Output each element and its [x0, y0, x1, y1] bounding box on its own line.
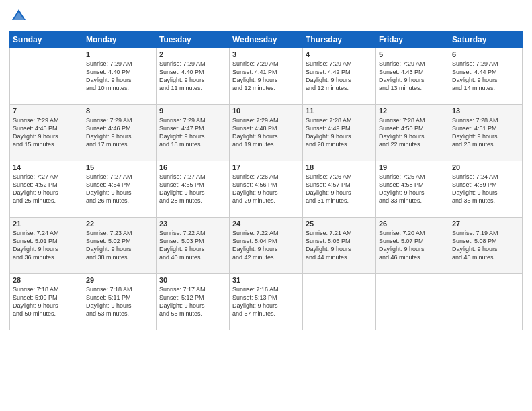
cell-5-4: 31Sunrise: 7:16 AM Sunset: 5:13 PM Dayli…: [230, 274, 303, 330]
cell-content: Sunrise: 7:28 AM Sunset: 4:49 PM Dayligh…: [306, 116, 373, 149]
day-number: 12: [379, 107, 446, 115]
cell-content: Sunrise: 7:22 AM Sunset: 5:03 PM Dayligh…: [159, 229, 226, 262]
col-header-sunday: Sunday: [10, 32, 83, 48]
cell-1-4: 3Sunrise: 7:29 AM Sunset: 4:41 PM Daylig…: [230, 48, 303, 105]
cell-3-5: 18Sunrise: 7:26 AM Sunset: 4:57 PM Dayli…: [303, 161, 376, 218]
cell-1-3: 2Sunrise: 7:29 AM Sunset: 4:40 PM Daylig…: [157, 48, 230, 105]
cell-content: Sunrise: 7:18 AM Sunset: 5:11 PM Dayligh…: [86, 285, 153, 318]
cell-2-6: 12Sunrise: 7:28 AM Sunset: 4:50 PM Dayli…: [376, 105, 449, 161]
cell-3-4: 17Sunrise: 7:26 AM Sunset: 4:56 PM Dayli…: [230, 161, 303, 218]
day-number: 28: [13, 276, 80, 284]
day-number: 26: [379, 220, 446, 228]
week-row-5: 28Sunrise: 7:18 AM Sunset: 5:09 PM Dayli…: [10, 274, 523, 330]
cell-5-3: 30Sunrise: 7:17 AM Sunset: 5:12 PM Dayli…: [157, 274, 230, 330]
cell-content: Sunrise: 7:18 AM Sunset: 5:09 PM Dayligh…: [13, 285, 80, 318]
cell-4-4: 24Sunrise: 7:22 AM Sunset: 5:04 PM Dayli…: [230, 218, 303, 274]
cell-content: Sunrise: 7:29 AM Sunset: 4:40 PM Dayligh…: [159, 60, 226, 93]
day-number: 27: [452, 220, 519, 228]
col-header-monday: Monday: [83, 32, 157, 48]
day-number: 8: [86, 107, 153, 115]
day-number: 29: [86, 276, 153, 284]
cell-content: Sunrise: 7:23 AM Sunset: 5:02 PM Dayligh…: [86, 229, 153, 262]
cell-5-1: 28Sunrise: 7:18 AM Sunset: 5:09 PM Dayli…: [10, 274, 83, 330]
day-number: 19: [379, 163, 446, 171]
day-number: 3: [232, 50, 300, 58]
cell-5-2: 29Sunrise: 7:18 AM Sunset: 5:11 PM Dayli…: [83, 274, 157, 330]
col-header-saturday: Saturday: [449, 32, 523, 48]
cell-content: Sunrise: 7:26 AM Sunset: 4:57 PM Dayligh…: [306, 173, 373, 205]
day-number: 25: [306, 220, 373, 228]
day-number: 4: [306, 50, 373, 58]
cell-content: Sunrise: 7:20 AM Sunset: 5:07 PM Dayligh…: [379, 229, 446, 262]
cell-content: Sunrise: 7:28 AM Sunset: 4:51 PM Dayligh…: [452, 116, 519, 149]
cell-content: Sunrise: 7:29 AM Sunset: 4:40 PM Dayligh…: [86, 60, 153, 93]
cell-content: Sunrise: 7:19 AM Sunset: 5:08 PM Dayligh…: [452, 229, 519, 262]
calendar-table: SundayMondayTuesdayWednesdayThursdayFrid…: [9, 31, 523, 330]
cell-content: Sunrise: 7:29 AM Sunset: 4:42 PM Dayligh…: [306, 60, 373, 93]
cell-1-5: 4Sunrise: 7:29 AM Sunset: 4:42 PM Daylig…: [303, 48, 376, 105]
cell-content: Sunrise: 7:29 AM Sunset: 4:41 PM Dayligh…: [232, 60, 300, 93]
cell-4-3: 23Sunrise: 7:22 AM Sunset: 5:03 PM Dayli…: [157, 218, 230, 274]
day-number: 2: [159, 50, 226, 58]
calendar-page: SundayMondayTuesdayWednesdayThursdayFrid…: [0, 0, 532, 411]
cell-4-6: 26Sunrise: 7:20 AM Sunset: 5:07 PM Dayli…: [376, 218, 449, 274]
day-number: 1: [86, 50, 153, 58]
cell-content: Sunrise: 7:27 AM Sunset: 4:54 PM Dayligh…: [86, 173, 153, 205]
cell-2-1: 7Sunrise: 7:29 AM Sunset: 4:45 PM Daylig…: [10, 105, 83, 161]
cell-1-2: 1Sunrise: 7:29 AM Sunset: 4:40 PM Daylig…: [83, 48, 157, 105]
col-header-wednesday: Wednesday: [230, 32, 303, 48]
cell-2-4: 10Sunrise: 7:29 AM Sunset: 4:48 PM Dayli…: [230, 105, 303, 161]
cell-content: Sunrise: 7:29 AM Sunset: 4:43 PM Dayligh…: [379, 60, 446, 93]
cell-5-6: [376, 274, 449, 330]
day-number: 15: [86, 163, 153, 171]
col-header-tuesday: Tuesday: [157, 32, 230, 48]
cell-2-2: 8Sunrise: 7:29 AM Sunset: 4:46 PM Daylig…: [83, 105, 157, 161]
cell-content: Sunrise: 7:26 AM Sunset: 4:56 PM Dayligh…: [232, 173, 300, 205]
cell-4-1: 21Sunrise: 7:24 AM Sunset: 5:01 PM Dayli…: [10, 218, 83, 274]
week-row-4: 21Sunrise: 7:24 AM Sunset: 5:01 PM Dayli…: [10, 218, 523, 274]
week-row-1: 1Sunrise: 7:29 AM Sunset: 4:40 PM Daylig…: [10, 48, 523, 105]
day-number: 18: [306, 163, 373, 171]
week-row-3: 14Sunrise: 7:27 AM Sunset: 4:52 PM Dayli…: [10, 161, 523, 218]
day-number: 10: [232, 107, 300, 115]
logo-icon: [9, 7, 28, 26]
day-number: 31: [232, 276, 300, 284]
header: [9, 7, 523, 26]
cell-5-5: [303, 274, 376, 330]
day-number: 5: [379, 50, 446, 58]
cell-content: Sunrise: 7:29 AM Sunset: 4:46 PM Dayligh…: [86, 116, 153, 149]
cell-content: Sunrise: 7:24 AM Sunset: 5:01 PM Dayligh…: [13, 229, 80, 262]
day-number: 23: [159, 220, 226, 228]
cell-content: Sunrise: 7:16 AM Sunset: 5:13 PM Dayligh…: [232, 285, 300, 318]
day-number: 13: [452, 107, 519, 115]
cell-content: Sunrise: 7:29 AM Sunset: 4:44 PM Dayligh…: [452, 60, 519, 93]
cell-4-7: 27Sunrise: 7:19 AM Sunset: 5:08 PM Dayli…: [449, 218, 523, 274]
cell-content: Sunrise: 7:27 AM Sunset: 4:55 PM Dayligh…: [159, 173, 226, 205]
cell-content: Sunrise: 7:28 AM Sunset: 4:50 PM Dayligh…: [379, 116, 446, 149]
day-number: 16: [159, 163, 226, 171]
day-number: 7: [13, 107, 80, 115]
cell-content: Sunrise: 7:17 AM Sunset: 5:12 PM Dayligh…: [159, 285, 226, 318]
cell-2-5: 11Sunrise: 7:28 AM Sunset: 4:49 PM Dayli…: [303, 105, 376, 161]
cell-content: Sunrise: 7:21 AM Sunset: 5:06 PM Dayligh…: [306, 229, 373, 262]
cell-2-3: 9Sunrise: 7:29 AM Sunset: 4:47 PM Daylig…: [157, 105, 230, 161]
cell-content: Sunrise: 7:24 AM Sunset: 4:59 PM Dayligh…: [452, 173, 519, 205]
cell-5-7: [449, 274, 523, 330]
cell-3-3: 16Sunrise: 7:27 AM Sunset: 4:55 PM Dayli…: [157, 161, 230, 218]
cell-content: Sunrise: 7:27 AM Sunset: 4:52 PM Dayligh…: [13, 173, 80, 205]
cell-3-2: 15Sunrise: 7:27 AM Sunset: 4:54 PM Dayli…: [83, 161, 157, 218]
week-row-2: 7Sunrise: 7:29 AM Sunset: 4:45 PM Daylig…: [10, 105, 523, 161]
cell-content: Sunrise: 7:29 AM Sunset: 4:45 PM Dayligh…: [13, 116, 80, 149]
day-number: 30: [159, 276, 226, 284]
logo: [9, 7, 30, 26]
cell-2-7: 13Sunrise: 7:28 AM Sunset: 4:51 PM Dayli…: [449, 105, 523, 161]
day-number: 6: [452, 50, 519, 58]
col-header-friday: Friday: [376, 32, 449, 48]
cell-3-7: 20Sunrise: 7:24 AM Sunset: 4:59 PM Dayli…: [449, 161, 523, 218]
cell-content: Sunrise: 7:25 AM Sunset: 4:58 PM Dayligh…: [379, 173, 446, 205]
cell-3-6: 19Sunrise: 7:25 AM Sunset: 4:58 PM Dayli…: [376, 161, 449, 218]
day-number: 20: [452, 163, 519, 171]
cell-content: Sunrise: 7:29 AM Sunset: 4:47 PM Dayligh…: [159, 116, 226, 149]
cell-1-1: [10, 48, 83, 105]
day-number: 14: [13, 163, 80, 171]
